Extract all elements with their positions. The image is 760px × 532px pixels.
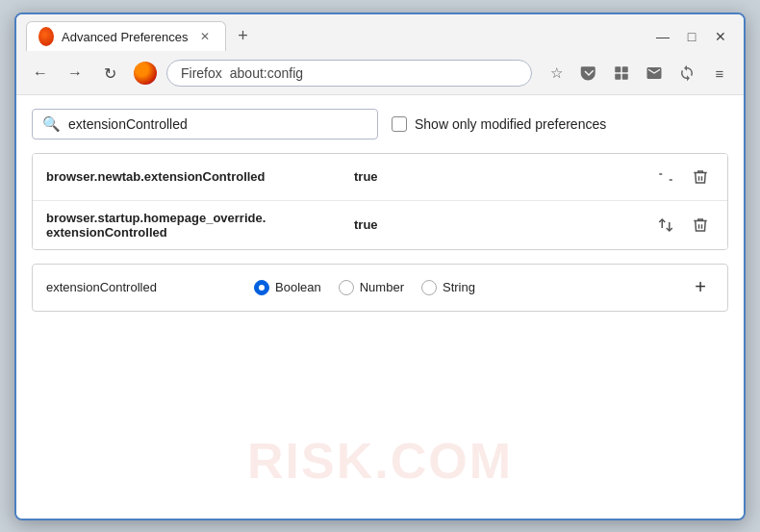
show-modified-checkbox[interactable]	[392, 116, 407, 132]
table-row: browser.startup.homepage_override. exten…	[33, 201, 727, 249]
svg-rect-0	[615, 66, 621, 72]
address-bar[interactable]: Firefox about:config	[166, 60, 532, 87]
search-row: 🔍 Show only modified preferences	[32, 109, 728, 139]
preferences-table: browser.newtab.extensionControlled true …	[32, 153, 728, 250]
bookmark-icon[interactable]: ☆	[542, 59, 570, 88]
tab-label: Advanced Preferences	[62, 30, 189, 44]
radio-number-label: Number	[360, 280, 404, 294]
svg-rect-1	[622, 66, 628, 72]
radio-number[interactable]: Number	[339, 280, 404, 295]
search-input-wrap[interactable]: 🔍	[32, 109, 378, 139]
radio-boolean[interactable]: Boolean	[254, 280, 321, 295]
radio-boolean-circle	[254, 280, 269, 295]
navigation-bar: ← → ↻ Firefox about:config ☆ ≡	[16, 53, 744, 95]
address-url: about:config	[230, 65, 303, 81]
forward-button[interactable]: →	[61, 59, 89, 88]
mail-icon[interactable]	[640, 59, 669, 88]
pocket-icon[interactable]	[574, 59, 603, 88]
radio-string-label: String	[443, 280, 475, 294]
swap-button[interactable]	[652, 212, 679, 239]
minimize-button[interactable]: —	[649, 23, 676, 50]
site-name: Firefox	[181, 65, 222, 81]
content-area: 🔍 Show only modified preferences browser…	[16, 95, 744, 519]
show-modified-wrap: Show only modified preferences	[392, 116, 606, 132]
add-pref-row: extensionControlled Boolean Number Strin…	[32, 264, 728, 312]
new-pref-name: extensionControlled	[46, 280, 239, 294]
browser-window: Advanced Preferences ✕ + — □ ✕ ← → ↻ Fir…	[14, 13, 746, 520]
new-tab-button[interactable]: +	[230, 23, 257, 50]
title-bar: Advanced Preferences ✕ + — □ ✕	[16, 14, 744, 53]
back-button[interactable]: ←	[26, 59, 55, 88]
show-modified-label: Show only modified preferences	[415, 116, 606, 132]
window-controls: — □ ✕	[649, 23, 734, 50]
nav-icons: ☆ ≡	[542, 59, 734, 88]
extension-icon[interactable]	[607, 59, 636, 88]
tab-close-button[interactable]: ✕	[196, 28, 214, 45]
swap-button[interactable]	[652, 164, 679, 190]
type-radio-group: Boolean Number String	[254, 280, 475, 295]
sync-icon[interactable]	[672, 59, 701, 88]
pref-value: true	[354, 169, 652, 184]
pref-value: true	[354, 217, 652, 232]
maximize-button[interactable]: □	[678, 23, 705, 50]
tab-favicon	[38, 29, 54, 44]
watermark: RISK.COM	[247, 432, 513, 490]
pref-name: browser.startup.homepage_override. exten…	[46, 211, 354, 240]
radio-number-circle	[339, 280, 354, 295]
radio-string[interactable]: String	[421, 280, 475, 295]
add-pref-button[interactable]: +	[687, 274, 714, 301]
radio-string-circle	[421, 280, 437, 295]
svg-rect-2	[615, 74, 621, 80]
table-row: browser.newtab.extensionControlled true	[33, 154, 727, 201]
firefox-logo	[132, 60, 159, 87]
radio-boolean-label: Boolean	[275, 280, 321, 294]
delete-button[interactable]	[687, 212, 714, 239]
pref-name: browser.newtab.extensionControlled	[46, 169, 354, 184]
pref-actions	[652, 164, 714, 190]
search-input[interactable]	[68, 116, 367, 132]
pref-actions	[652, 212, 714, 239]
refresh-button[interactable]: ↻	[95, 59, 124, 88]
active-tab[interactable]: Advanced Preferences ✕	[26, 21, 226, 51]
delete-button[interactable]	[687, 164, 714, 190]
search-icon: 🔍	[42, 115, 61, 133]
menu-icon[interactable]: ≡	[705, 59, 734, 88]
close-button[interactable]: ✕	[707, 23, 734, 50]
svg-rect-3	[622, 74, 628, 80]
